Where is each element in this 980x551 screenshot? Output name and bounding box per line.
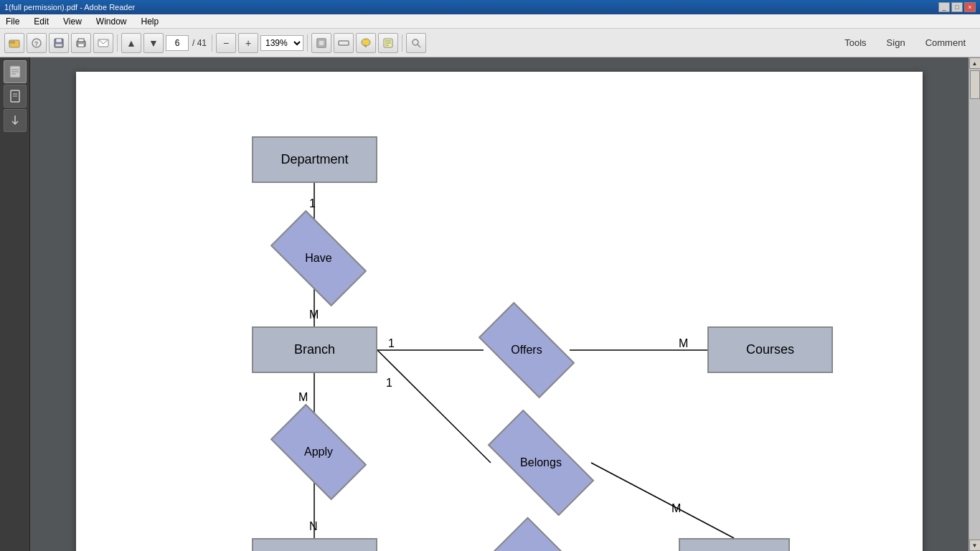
print-button[interactable] [71, 33, 91, 53]
label-dept-have-1: 1 [309, 197, 316, 210]
svg-line-37 [377, 350, 491, 463]
entity-department: Department [252, 136, 377, 183]
separator-2 [212, 34, 212, 52]
comment-panel-button[interactable]: Comment [915, 34, 976, 51]
tools-button[interactable]: Tools [834, 34, 876, 51]
sidebar-bookmarks[interactable] [4, 85, 27, 108]
menu-edit[interactable]: Edit [31, 15, 52, 28]
sidebar-attachments[interactable] [4, 109, 27, 132]
label-belongs-student-m: M [672, 502, 681, 515]
zoom-select[interactable]: 139% 100% 75% 50% [260, 35, 303, 51]
open-button[interactable] [4, 33, 24, 53]
prev-page-button[interactable]: ▲ [121, 33, 141, 53]
svg-marker-15 [364, 45, 366, 47]
menu-file[interactable]: File [3, 15, 22, 28]
zoom-in-button[interactable]: + [238, 33, 258, 53]
svg-rect-6 [55, 44, 62, 47]
minimize-button[interactable]: _ [938, 2, 950, 12]
label-branch-apply-m: M [298, 391, 308, 404]
page-number-input[interactable] [166, 35, 189, 51]
entity-branch: Branch [252, 326, 377, 373]
svg-text:?: ? [34, 40, 38, 47]
relationship-offers: Offers [484, 325, 570, 375]
main-area: Department Have Branch Offers Courses [0, 57, 980, 551]
fit-page-button[interactable] [311, 33, 331, 53]
separator-3 [307, 34, 308, 52]
next-page-button[interactable]: ▼ [143, 33, 164, 53]
close-button[interactable]: × [964, 2, 976, 12]
entity-courses: Courses [707, 326, 833, 373]
pdf-content[interactable]: Department Have Branch Offers Courses [30, 57, 969, 551]
menu-help[interactable]: Help [138, 15, 162, 28]
svg-rect-8 [78, 39, 84, 42]
menu-bar: File Edit View Window Help [0, 14, 980, 29]
left-sidebar [0, 57, 30, 551]
fit-width-button[interactable] [334, 33, 354, 53]
svg-line-21 [418, 44, 420, 47]
toolbar-right: Tools Sign Comment [834, 34, 976, 51]
svg-point-20 [413, 39, 418, 45]
label-branch-offers-1: 1 [388, 337, 395, 350]
entity-applicant: Applicant [252, 538, 377, 551]
menu-view[interactable]: View [60, 15, 85, 28]
menu-window[interactable]: Window [93, 15, 130, 28]
svg-line-38 [591, 463, 734, 538]
svg-rect-1 [9, 42, 14, 43]
restore-button[interactable]: □ [951, 2, 963, 12]
comment-button[interactable] [356, 33, 376, 53]
find-button[interactable] [406, 33, 426, 53]
page-total: / 41 [192, 38, 207, 48]
toolbar: ? ▲ ▼ / 41 − + 139% 100% 75% 50% Tools S… [0, 29, 980, 57]
label-branch-belongs-1: 1 [386, 377, 392, 390]
label-apply-applicant-n: N [309, 520, 318, 533]
pdf-page: Department Have Branch Offers Courses [76, 72, 923, 551]
label-offers-courses-m: M [679, 337, 688, 350]
separator-4 [402, 34, 402, 52]
scroll-up-button[interactable]: ▲ [969, 57, 981, 69]
relationship-have: Have [275, 233, 362, 283]
save-button[interactable] [49, 33, 69, 53]
scrollbar-vertical[interactable]: ▲ ▼ [969, 57, 980, 551]
sign-button[interactable]: Sign [877, 34, 915, 51]
svg-rect-9 [78, 44, 84, 47]
entity-student: Student [679, 538, 790, 551]
relationship-belongs: Belongs [491, 438, 591, 488]
sidebar-page-view[interactable] [4, 60, 27, 83]
email-button[interactable] [93, 33, 113, 53]
label-have-branch-m: M [309, 309, 319, 321]
browse-button[interactable]: ? [27, 33, 47, 53]
svg-rect-12 [319, 40, 324, 46]
separator-1 [117, 34, 118, 52]
title-bar: 1(full permission).pdf - Adobe Reader _ … [0, 0, 980, 14]
zoom-out-button[interactable]: − [216, 33, 236, 53]
scroll-down-button[interactable]: ▼ [969, 540, 981, 551]
relationship-apply: Apply [275, 427, 362, 477]
markup-button[interactable] [378, 33, 398, 53]
svg-rect-5 [56, 39, 62, 42]
relationship-selected: Selected [496, 545, 596, 551]
scroll-thumb[interactable] [970, 70, 980, 99]
title-bar-text: 1(full permission).pdf - Adobe Reader [4, 3, 135, 11]
title-bar-controls[interactable]: _ □ × [938, 2, 976, 12]
svg-rect-13 [339, 41, 349, 45]
